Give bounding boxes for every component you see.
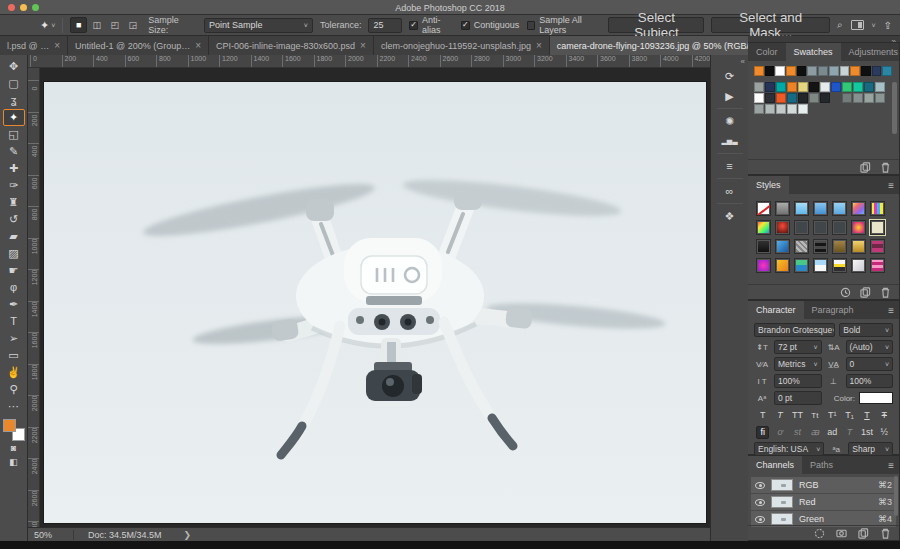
clock-icon[interactable] [840, 287, 851, 298]
baseline-shift-input[interactable]: 0 pt [774, 391, 822, 405]
screen-mode-button[interactable]: ◧ [3, 455, 25, 469]
style-thumbnail[interactable] [870, 258, 885, 273]
marquee-tool[interactable]: ▢ [3, 75, 25, 92]
swatch[interactable] [765, 66, 775, 76]
swatch[interactable] [882, 66, 892, 76]
smudge-tool[interactable]: ☛ [3, 262, 25, 279]
style-thumbnail[interactable] [775, 239, 790, 254]
trash-icon[interactable] [880, 162, 891, 173]
format-button[interactable]: Tt [808, 409, 821, 422]
tab-styles[interactable]: Styles [748, 176, 789, 194]
channel-row[interactable]: Red⌘3 [751, 494, 896, 510]
swatch[interactable] [775, 66, 785, 76]
swatch[interactable] [829, 66, 839, 76]
lasso-tool[interactable]: ʓ [3, 92, 25, 109]
document-tab[interactable]: CPI-006-inline-image-830x600.psd× [209, 36, 374, 55]
crop-tool[interactable]: ◱ [3, 126, 25, 143]
new-channel-icon[interactable] [858, 528, 869, 539]
swatch[interactable] [765, 104, 775, 114]
select-and-mask-button[interactable]: Select and Mask... [711, 17, 829, 33]
style-thumbnail[interactable] [870, 201, 885, 216]
style-thumbnail[interactable] [794, 201, 809, 216]
swatch[interactable] [776, 82, 786, 92]
document-size-info[interactable]: Doc: 34.5M/34.5M [74, 530, 176, 540]
edit-toolbar[interactable]: ⋯ [3, 398, 25, 415]
panel-menu-icon[interactable]: ≡ [883, 456, 899, 474]
scrollbar[interactable] [894, 476, 898, 516]
dodge-tool[interactable]: φ [3, 279, 25, 296]
horizontal-scale-input[interactable]: 100% [846, 374, 894, 388]
swatch[interactable] [872, 66, 882, 76]
new-selection-button[interactable]: ■ [70, 17, 87, 33]
zoom-level-field[interactable]: 50% [28, 530, 74, 540]
swatch[interactable] [765, 82, 775, 92]
document-tab[interactable]: l.psd @ …× [0, 36, 68, 55]
subtract-from-selection-button[interactable]: ◰ [106, 17, 123, 33]
swatch[interactable] [776, 93, 786, 103]
close-icon[interactable]: × [54, 40, 60, 51]
actions-panel-icon[interactable]: ▶ [715, 86, 745, 106]
format-button[interactable]: T [773, 409, 786, 422]
swatch[interactable] [798, 82, 808, 92]
feature-button[interactable]: T [843, 426, 856, 439]
swatch[interactable] [820, 82, 830, 92]
trash-icon[interactable] [880, 287, 891, 298]
swatch[interactable] [798, 93, 808, 103]
trash-icon[interactable] [880, 528, 891, 539]
quick-mask-button[interactable]: ◙ [3, 441, 25, 455]
style-thumbnail[interactable] [832, 258, 847, 273]
layers-panel-icon[interactable]: ❖ [715, 206, 745, 226]
adjustments-panel-icon[interactable]: ✺ [715, 111, 745, 131]
magic-wand-tool[interactable]: ✦ [3, 109, 25, 126]
intersect-selection-button[interactable]: ◲ [124, 17, 141, 33]
type-tool[interactable]: T [3, 313, 25, 330]
swatch[interactable] [850, 66, 860, 76]
style-thumbnail[interactable] [775, 258, 790, 273]
panel-menu-icon[interactable]: ≡ [883, 176, 899, 194]
status-expand-icon[interactable]: ❯ [184, 530, 192, 540]
close-icon[interactable]: × [360, 40, 366, 51]
swatch[interactable] [818, 66, 828, 76]
format-button[interactable]: T₁ [843, 409, 856, 422]
gradient-tool[interactable]: ▨ [3, 245, 25, 262]
channel-row[interactable]: RGB⌘2 [751, 477, 896, 493]
hand-tool[interactable]: ✌ [3, 364, 25, 381]
format-button[interactable]: T [860, 409, 873, 422]
close-icon[interactable]: × [536, 40, 542, 51]
eyedropper-tool[interactable]: ✎ [3, 143, 25, 160]
swatch[interactable] [754, 104, 764, 114]
tracking-select[interactable]: 0˅ [846, 357, 894, 371]
swatch[interactable] [765, 93, 775, 103]
properties-panel-icon[interactable]: ≡ [715, 156, 745, 176]
tab-swatches[interactable]: Swatches [786, 43, 841, 61]
save-selection-icon[interactable] [836, 528, 847, 539]
style-thumbnail[interactable] [851, 258, 866, 273]
style-thumbnail[interactable] [775, 220, 790, 235]
workspace-switcher-icon[interactable] [851, 20, 864, 30]
style-thumbnail[interactable] [794, 258, 809, 273]
close-icon[interactable]: × [195, 40, 201, 51]
leading-select[interactable]: (Auto)˅ [846, 340, 894, 354]
style-thumbnail[interactable] [851, 201, 866, 216]
swatch[interactable] [787, 93, 797, 103]
feature-button[interactable]: 1st [860, 426, 873, 439]
swatch[interactable] [798, 104, 808, 114]
style-thumbnail[interactable] [756, 258, 771, 273]
swatch[interactable] [754, 82, 764, 92]
swatch[interactable] [797, 66, 807, 76]
format-button[interactable]: T [756, 409, 769, 422]
shape-tool[interactable]: ▭ [3, 347, 25, 364]
swatch[interactable] [842, 93, 852, 103]
format-button[interactable]: Ŧ [878, 409, 891, 422]
share-icon[interactable]: ⇪ [884, 20, 892, 31]
feature-button[interactable]: fi [756, 426, 769, 439]
style-thumbnail[interactable] [851, 220, 866, 235]
document-tab[interactable]: clem-onojeghuo-119592-unsplash.jpg× [374, 36, 550, 55]
style-thumbnail[interactable] [813, 239, 828, 254]
feature-button[interactable]: ad [826, 426, 839, 439]
swatch[interactable] [864, 93, 874, 103]
document-tab[interactable]: camera-drone-flying-1093236.jpg @ 50% (R… [550, 36, 776, 55]
kerning-select[interactable]: Metrics˅ [774, 357, 822, 371]
style-thumbnail[interactable] [851, 239, 866, 254]
style-thumbnail[interactable] [794, 220, 809, 235]
